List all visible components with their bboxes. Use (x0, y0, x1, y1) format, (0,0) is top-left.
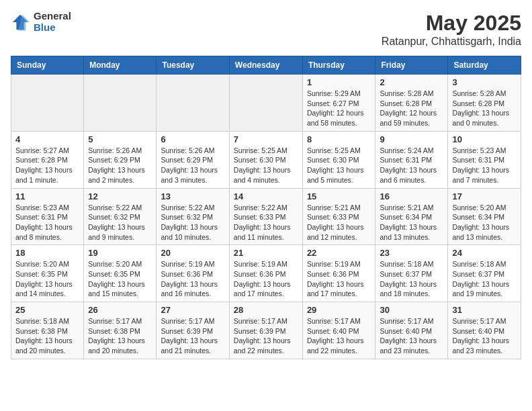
table-row: 21Sunrise: 5:19 AMSunset: 6:36 PMDayligh… (229, 245, 302, 302)
day-info: Sunrise: 5:25 AMSunset: 6:30 PMDaylight:… (307, 146, 371, 185)
table-row: 19Sunrise: 5:20 AMSunset: 6:35 PMDayligh… (84, 245, 157, 302)
week-row-3: 11Sunrise: 5:23 AMSunset: 6:31 PMDayligh… (11, 188, 521, 245)
day-number: 20 (161, 248, 224, 258)
day-number: 6 (161, 134, 224, 144)
day-info: Sunrise: 5:17 AMSunset: 6:39 PMDaylight:… (161, 316, 224, 356)
day-info: Sunrise: 5:23 AMSunset: 6:31 PMDaylight:… (452, 146, 517, 185)
day-info: Sunrise: 5:20 AMSunset: 6:34 PMDaylight:… (452, 203, 517, 242)
logo: General Blue (11, 11, 71, 33)
logo-icon (11, 13, 30, 32)
table-row: 18Sunrise: 5:20 AMSunset: 6:35 PMDayligh… (11, 245, 84, 302)
day-info: Sunrise: 5:23 AMSunset: 6:31 PMDaylight:… (15, 203, 79, 242)
table-row: 15Sunrise: 5:21 AMSunset: 6:33 PMDayligh… (302, 188, 375, 245)
table-row (157, 75, 229, 132)
weekday-header-sunday: Sunday (11, 56, 84, 75)
day-number: 24 (452, 248, 517, 258)
day-number: 5 (88, 134, 152, 144)
table-row: 31Sunrise: 5:17 AMSunset: 6:40 PMDayligh… (448, 302, 521, 359)
table-row: 6Sunrise: 5:26 AMSunset: 6:29 PMDaylight… (157, 131, 229, 188)
day-info: Sunrise: 5:21 AMSunset: 6:33 PMDaylight:… (307, 203, 371, 242)
calendar-location: Ratanpur, Chhattisgarh, India (382, 36, 521, 48)
table-row: 5Sunrise: 5:26 AMSunset: 6:29 PMDaylight… (84, 131, 157, 188)
table-row: 14Sunrise: 5:22 AMSunset: 6:33 PMDayligh… (229, 188, 302, 245)
table-row: 20Sunrise: 5:19 AMSunset: 6:36 PMDayligh… (157, 245, 229, 302)
week-row-1: 1Sunrise: 5:29 AMSunset: 6:27 PMDaylight… (11, 75, 521, 132)
weekday-header-thursday: Thursday (302, 56, 375, 75)
table-row: 12Sunrise: 5:22 AMSunset: 6:32 PMDayligh… (84, 188, 157, 245)
day-number: 23 (380, 248, 443, 258)
day-number: 30 (380, 305, 443, 315)
table-row: 4Sunrise: 5:27 AMSunset: 6:28 PMDaylight… (11, 131, 84, 188)
day-number: 18 (15, 248, 79, 258)
day-number: 9 (380, 134, 443, 144)
table-row: 9Sunrise: 5:24 AMSunset: 6:31 PMDaylight… (375, 131, 448, 188)
day-number: 1 (307, 77, 371, 87)
day-number: 14 (234, 191, 298, 201)
day-info: Sunrise: 5:26 AMSunset: 6:29 PMDaylight:… (88, 146, 152, 185)
day-info: Sunrise: 5:17 AMSunset: 6:38 PMDaylight:… (88, 316, 152, 356)
logo-blue-text: Blue (34, 22, 71, 34)
calendar-header: SundayMondayTuesdayWednesdayThursdayFrid… (11, 56, 521, 75)
day-info: Sunrise: 5:26 AMSunset: 6:29 PMDaylight:… (161, 146, 224, 185)
table-row: 30Sunrise: 5:17 AMSunset: 6:40 PMDayligh… (375, 302, 448, 359)
table-row: 8Sunrise: 5:25 AMSunset: 6:30 PMDaylight… (302, 131, 375, 188)
day-number: 28 (234, 305, 298, 315)
day-info: Sunrise: 5:25 AMSunset: 6:30 PMDaylight:… (234, 146, 298, 185)
day-number: 16 (380, 191, 443, 201)
calendar-table: SundayMondayTuesdayWednesdayThursdayFrid… (11, 56, 521, 359)
day-info: Sunrise: 5:24 AMSunset: 6:31 PMDaylight:… (380, 146, 443, 185)
day-number: 8 (307, 134, 371, 144)
day-number: 13 (161, 191, 224, 201)
table-row: 22Sunrise: 5:19 AMSunset: 6:36 PMDayligh… (302, 245, 375, 302)
day-info: Sunrise: 5:17 AMSunset: 6:39 PMDaylight:… (234, 316, 298, 356)
day-number: 3 (452, 77, 517, 87)
page-header: General Blue May 2025 Ratanpur, Chhattis… (11, 11, 521, 48)
day-info: Sunrise: 5:20 AMSunset: 6:35 PMDaylight:… (15, 259, 79, 299)
day-info: Sunrise: 5:27 AMSunset: 6:28 PMDaylight:… (15, 146, 79, 185)
day-info: Sunrise: 5:20 AMSunset: 6:35 PMDaylight:… (88, 259, 152, 299)
day-number: 25 (15, 305, 79, 315)
table-row: 25Sunrise: 5:18 AMSunset: 6:38 PMDayligh… (11, 302, 84, 359)
table-row: 26Sunrise: 5:17 AMSunset: 6:38 PMDayligh… (84, 302, 157, 359)
table-row: 10Sunrise: 5:23 AMSunset: 6:31 PMDayligh… (448, 131, 521, 188)
day-info: Sunrise: 5:28 AMSunset: 6:28 PMDaylight:… (380, 89, 443, 128)
day-number: 11 (15, 191, 79, 201)
day-number: 22 (307, 248, 371, 258)
day-number: 21 (234, 248, 298, 258)
day-number: 7 (234, 134, 298, 144)
week-row-2: 4Sunrise: 5:27 AMSunset: 6:28 PMDaylight… (11, 131, 521, 188)
weekday-header-tuesday: Tuesday (157, 56, 229, 75)
day-info: Sunrise: 5:21 AMSunset: 6:34 PMDaylight:… (380, 203, 443, 242)
table-row: 13Sunrise: 5:22 AMSunset: 6:32 PMDayligh… (157, 188, 229, 245)
table-row: 27Sunrise: 5:17 AMSunset: 6:39 PMDayligh… (157, 302, 229, 359)
day-number: 31 (452, 305, 517, 315)
day-number: 27 (161, 305, 224, 315)
calendar-body: 1Sunrise: 5:29 AMSunset: 6:27 PMDaylight… (11, 75, 521, 359)
table-row: 28Sunrise: 5:17 AMSunset: 6:39 PMDayligh… (229, 302, 302, 359)
day-info: Sunrise: 5:18 AMSunset: 6:37 PMDaylight:… (380, 259, 443, 299)
day-number: 29 (307, 305, 371, 315)
day-info: Sunrise: 5:19 AMSunset: 6:36 PMDaylight:… (234, 259, 298, 299)
table-row (11, 75, 84, 132)
day-info: Sunrise: 5:22 AMSunset: 6:32 PMDaylight:… (161, 203, 224, 242)
table-row: 3Sunrise: 5:28 AMSunset: 6:28 PMDaylight… (448, 75, 521, 132)
day-number: 26 (88, 305, 152, 315)
day-info: Sunrise: 5:22 AMSunset: 6:33 PMDaylight:… (234, 203, 298, 242)
day-info: Sunrise: 5:18 AMSunset: 6:37 PMDaylight:… (452, 259, 517, 299)
table-row: 7Sunrise: 5:25 AMSunset: 6:30 PMDaylight… (229, 131, 302, 188)
table-row: 11Sunrise: 5:23 AMSunset: 6:31 PMDayligh… (11, 188, 84, 245)
logo-general-text: General (34, 11, 71, 22)
day-number: 17 (452, 191, 517, 201)
weekday-header-wednesday: Wednesday (229, 56, 302, 75)
weekday-header-saturday: Saturday (448, 56, 521, 75)
day-info: Sunrise: 5:29 AMSunset: 6:27 PMDaylight:… (307, 89, 371, 128)
day-info: Sunrise: 5:19 AMSunset: 6:36 PMDaylight:… (307, 259, 371, 299)
table-row: 17Sunrise: 5:20 AMSunset: 6:34 PMDayligh… (448, 188, 521, 245)
calendar-title: May 2025 (382, 11, 521, 36)
day-number: 4 (15, 134, 79, 144)
weekday-header-friday: Friday (375, 56, 448, 75)
table-row: 1Sunrise: 5:29 AMSunset: 6:27 PMDaylight… (302, 75, 375, 132)
day-info: Sunrise: 5:18 AMSunset: 6:38 PMDaylight:… (15, 316, 79, 356)
day-number: 10 (452, 134, 517, 144)
table-row (229, 75, 302, 132)
